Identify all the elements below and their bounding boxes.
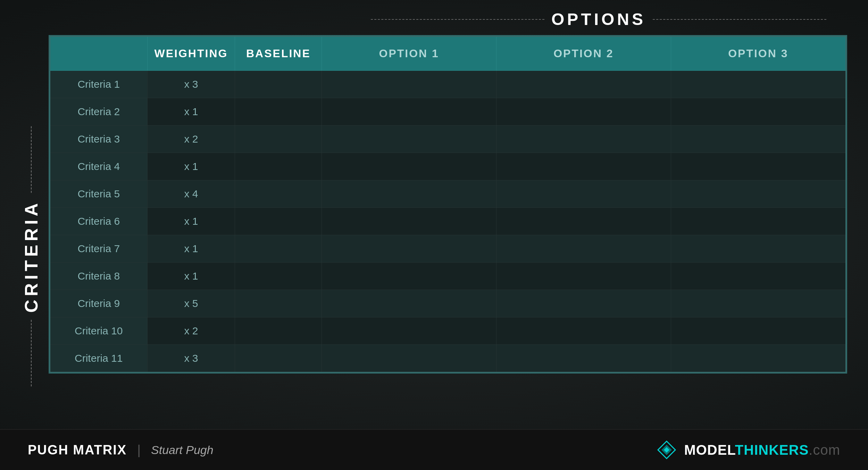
criteria-name: Criteria 5: [50, 180, 147, 208]
option2-value: [496, 71, 671, 98]
option1-value: [322, 317, 496, 345]
criteria-name: Criteria 6: [50, 208, 147, 235]
table-row: Criteria 3x 2: [50, 126, 846, 153]
dashed-line-bottom: [31, 320, 32, 386]
option3-value: [671, 126, 846, 153]
option2-value: [496, 263, 671, 290]
footer-right: MODELTHINKERS.com: [656, 439, 840, 460]
footer: PUGH MATRIX | Stuart Pugh MODELTHINKERS.…: [0, 429, 868, 470]
option2-value: [496, 317, 671, 345]
table-body: Criteria 1x 3Criteria 2x 1Criteria 3x 2C…: [50, 71, 846, 373]
weighting-value: x 3: [147, 345, 235, 373]
dashed-line-top: [31, 126, 32, 193]
criteria-label-area: CRITERIA: [14, 35, 49, 429]
option3-value: [671, 290, 846, 317]
table-row: Criteria 5x 4: [50, 180, 846, 208]
option1-value: [322, 126, 496, 153]
option3-value: [671, 317, 846, 345]
table-row: Criteria 10x 2: [50, 317, 846, 345]
option1-value: [322, 98, 496, 126]
option2-value: [496, 153, 671, 180]
option1-value: [322, 290, 496, 317]
th-weighting: WEIGHTING: [147, 36, 235, 71]
criteria-bracket: CRITERIA: [21, 126, 42, 386]
table-outer: WEIGHTING BASELINE Option 1 Option 2 Opt…: [49, 35, 847, 374]
logo-thinkers: THINKERS: [735, 442, 809, 458]
option2-value: [496, 345, 671, 373]
pugh-table: WEIGHTING BASELINE Option 1 Option 2 Opt…: [50, 36, 846, 373]
th-option1: Option 1: [322, 36, 496, 71]
footer-left: PUGH MATRIX | Stuart Pugh: [28, 443, 214, 458]
options-dashes-right: [653, 19, 826, 20]
footer-divider: |: [137, 443, 141, 458]
baseline-value: [235, 235, 322, 263]
baseline-value: [235, 126, 322, 153]
weighting-value: x 1: [147, 263, 235, 290]
th-criteria: [50, 36, 147, 71]
baseline-value: [235, 208, 322, 235]
table-row: Criteria 11x 3: [50, 345, 846, 373]
weighting-value: x 1: [147, 98, 235, 126]
table-row: Criteria 6x 1: [50, 208, 846, 235]
options-header-row: OPTIONS: [0, 0, 868, 35]
weighting-value: x 5: [147, 290, 235, 317]
option1-value: [322, 235, 496, 263]
baseline-value: [235, 317, 322, 345]
weighting-value: x 1: [147, 235, 235, 263]
criteria-name: Criteria 4: [50, 153, 147, 180]
logo-icon: [656, 439, 677, 460]
table-header: WEIGHTING BASELINE Option 1 Option 2 Opt…: [50, 36, 846, 71]
weighting-value: x 4: [147, 180, 235, 208]
option3-value: [671, 180, 846, 208]
option1-value: [322, 345, 496, 373]
option2-value: [496, 98, 671, 126]
weighting-value: x 2: [147, 126, 235, 153]
option1-value: [322, 180, 496, 208]
criteria-name: Criteria 7: [50, 235, 147, 263]
main-area: CRITERIA WEIGHTING BASELINE Option 1 Opt…: [0, 35, 868, 429]
weighting-value: x 1: [147, 153, 235, 180]
baseline-value: [235, 290, 322, 317]
criteria-name: Criteria 1: [50, 71, 147, 98]
table-row: Criteria 8x 1: [50, 263, 846, 290]
logo-model: MODEL: [684, 442, 735, 458]
criteria-name: Criteria 10: [50, 317, 147, 345]
option3-value: [671, 208, 846, 235]
baseline-value: [235, 153, 322, 180]
th-baseline: BASELINE: [235, 36, 322, 71]
option2-value: [496, 290, 671, 317]
options-title: OPTIONS: [551, 10, 646, 29]
option3-value: [671, 98, 846, 126]
option3-value: [671, 153, 846, 180]
options-dashes-left: [371, 19, 544, 20]
table-row: Criteria 1x 3: [50, 71, 846, 98]
option2-value: [496, 180, 671, 208]
header-row: WEIGHTING BASELINE Option 1 Option 2 Opt…: [50, 36, 846, 71]
option3-value: [671, 71, 846, 98]
weighting-value: x 1: [147, 208, 235, 235]
baseline-value: [235, 345, 322, 373]
baseline-value: [235, 263, 322, 290]
baseline-value: [235, 180, 322, 208]
option1-value: [322, 71, 496, 98]
logo-dotcom: .com: [809, 442, 840, 458]
table-row: Criteria 4x 1: [50, 153, 846, 180]
option1-value: [322, 208, 496, 235]
table-row: Criteria 9x 5: [50, 290, 846, 317]
option1-value: [322, 153, 496, 180]
option2-value: [496, 208, 671, 235]
table-container: WEIGHTING BASELINE Option 1 Option 2 Opt…: [49, 35, 847, 374]
baseline-value: [235, 71, 322, 98]
option2-value: [496, 235, 671, 263]
criteria-name: Criteria 3: [50, 126, 147, 153]
option3-value: [671, 263, 846, 290]
table-row: Criteria 7x 1: [50, 235, 846, 263]
main-content: OPTIONS CRITERIA WEIGHTING BASELINE: [0, 0, 868, 470]
criteria-name: Criteria 8: [50, 263, 147, 290]
option3-value: [671, 235, 846, 263]
logo-text: MODELTHINKERS.com: [684, 442, 840, 458]
option2-value: [496, 126, 671, 153]
th-option2: Option 2: [496, 36, 671, 71]
weighting-value: x 2: [147, 317, 235, 345]
weighting-value: x 3: [147, 71, 235, 98]
